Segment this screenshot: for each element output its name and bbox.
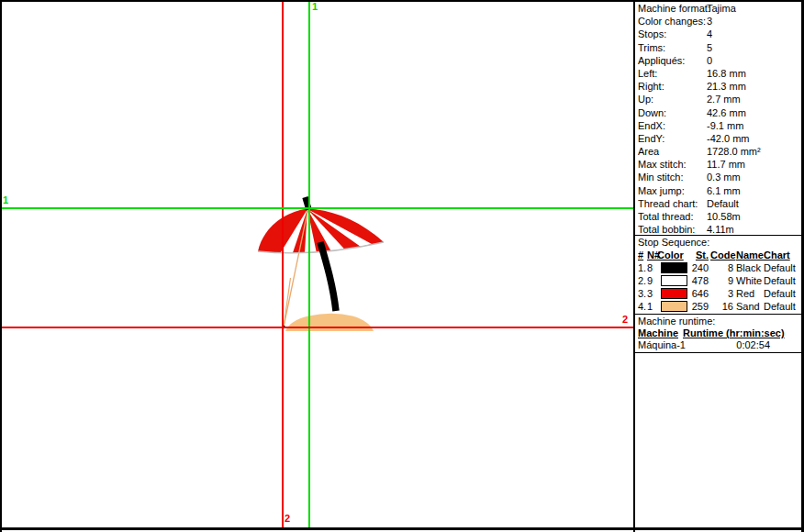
stop-row-1[interactable]: 1. 8 240 8 Black Default — [635, 262, 801, 275]
stat-endy: EndY:-42.0 mm — [635, 132, 801, 145]
divider — [635, 235, 801, 236]
stat-up: Up:2.7 mm — [635, 93, 801, 105]
window-border-bottom — [0, 527, 804, 530]
stop-row-3[interactable]: 3. 3 646 3 Red Default — [635, 288, 801, 301]
guide-line-horizontal-2[interactable] — [2, 327, 633, 328]
stat-trims: Trims:5 — [635, 41, 801, 54]
marker-1-top: 1 — [312, 2, 318, 12]
stop-row-4[interactable]: 4. 1 259 16 Sand Default — [635, 301, 801, 314]
machine-runtime-title: Machine runtime: — [638, 316, 715, 327]
stat-machine-format: Machine format:Tajima — [635, 2, 801, 15]
stat-stops: Stops:4 — [635, 28, 801, 40]
stat-right: Right:21.3 mm — [635, 80, 801, 93]
stat-appliques: Appliqués:0 — [635, 54, 801, 67]
window-border-left — [0, 0, 2, 532]
guide-line-horizontal-1[interactable] — [2, 207, 633, 209]
design-canvas[interactable] — [2, 2, 633, 527]
stat-color-changes: Color changes:3 — [635, 15, 801, 28]
marker-1-left: 1 — [3, 195, 8, 205]
stop-sequence-title: Stop Sequence: — [638, 237, 709, 248]
stat-endx: EndX:-9.1 mm — [635, 119, 801, 132]
machine-stats-list: Machine format:Tajima Color changes:3 St… — [635, 2, 801, 236]
runtime-header: Machine Runtime (hr:min:sec) — [635, 327, 801, 339]
stat-down: Down:42.6 mm — [635, 106, 801, 119]
stat-thread-chart: Thread chart:Default — [635, 197, 801, 210]
marker-2-bottom: 2 — [285, 514, 290, 524]
stat-min-stitch: Min stitch:0.3 mm — [635, 171, 801, 183]
guide-line-vertical-2[interactable] — [282, 2, 284, 527]
runtime-row[interactable]: Máquina-1 0:02:54 — [635, 339, 801, 351]
design-info-panel: Machine format:Tajima Color changes:3 St… — [635, 0, 801, 527]
stat-max-stitch: Max stitch:11.7 mm — [635, 158, 801, 171]
divider — [635, 314, 801, 315]
stat-left: Left:16.8 mm — [635, 67, 801, 80]
guide-line-vertical-1[interactable] — [308, 2, 310, 527]
stat-total-thread: Total thread:10.58m — [635, 210, 801, 223]
stat-area: Area1728.0 mm² — [635, 145, 801, 158]
panel-divider — [633, 0, 635, 532]
stop-row-2[interactable]: 2. 9 478 9 White Default — [635, 275, 801, 288]
stat-max-jump: Max jump:6.1 mm — [635, 184, 801, 197]
window-border-top — [0, 0, 804, 2]
stop-sequence-header: # N# Color St. Code Name Chart — [635, 249, 801, 262]
marker-2-right: 2 — [622, 315, 628, 325]
divider — [635, 352, 801, 353]
embroidery-design-window: 1 1 2 2 Machine format:Tajima Color chan… — [0, 0, 804, 532]
